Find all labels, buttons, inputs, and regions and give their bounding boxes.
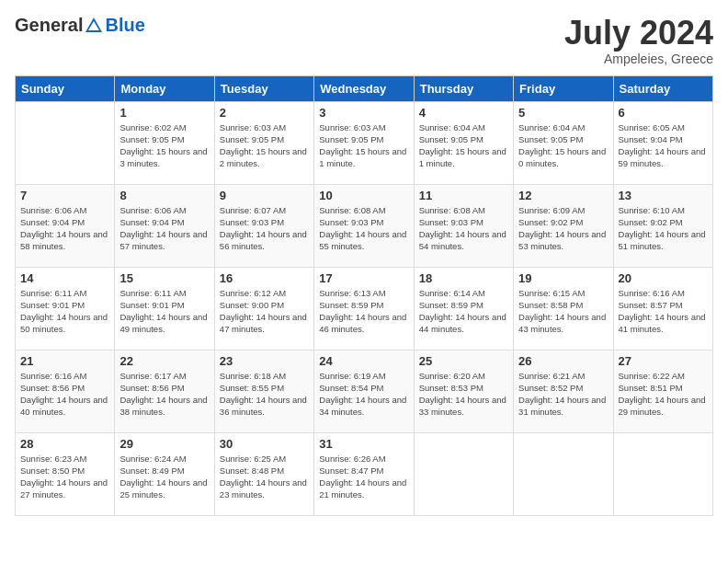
day-info: Sunrise: 6:26 AMSunset: 8:47 PMDaylight:…: [319, 453, 408, 501]
day-info: Sunrise: 6:16 AMSunset: 8:57 PMDaylight:…: [619, 287, 708, 336]
day-number: 3: [319, 106, 408, 120]
day-number: 28: [20, 437, 109, 451]
calendar-header-row: SundayMondayTuesdayWednesdayThursdayFrid…: [16, 75, 713, 101]
day-info: Sunrise: 6:21 AMSunset: 8:52 PMDaylight:…: [518, 370, 608, 419]
calendar-cell: 21Sunrise: 6:16 AMSunset: 8:56 PMDayligh…: [16, 350, 115, 432]
calendar-table: SundayMondayTuesdayWednesdayThursdayFrid…: [15, 75, 713, 516]
day-number: 11: [419, 189, 508, 202]
day-number: 8: [119, 189, 209, 202]
calendar-cell: 31Sunrise: 6:26 AMSunset: 8:47 PMDayligh…: [314, 432, 414, 515]
day-info: Sunrise: 6:03 AMSunset: 9:05 PMDaylight:…: [220, 121, 309, 170]
weekday-header: Thursday: [414, 75, 513, 101]
day-number: 31: [319, 437, 408, 451]
calendar-cell: 9Sunrise: 6:07 AMSunset: 9:03 PMDaylight…: [214, 184, 313, 267]
day-number: 5: [518, 106, 608, 120]
day-number: 21: [20, 354, 109, 368]
day-info: Sunrise: 6:17 AMSunset: 8:56 PMDaylight:…: [119, 370, 209, 419]
day-info: Sunrise: 6:11 AMSunset: 9:01 PMDaylight:…: [20, 287, 109, 336]
day-number: 10: [319, 189, 408, 202]
day-number: 1: [119, 106, 209, 120]
day-number: 25: [419, 354, 508, 368]
calendar-cell: 1Sunrise: 6:02 AMSunset: 9:05 PMDaylight…: [115, 101, 214, 184]
calendar-cell: 25Sunrise: 6:20 AMSunset: 8:53 PMDayligh…: [414, 350, 513, 432]
page-header: General Blue July 2024 Ampeleies, Greece: [15, 15, 713, 66]
calendar-cell: 8Sunrise: 6:06 AMSunset: 9:04 PMDaylight…: [115, 184, 214, 267]
calendar-cell: 12Sunrise: 6:09 AMSunset: 9:02 PMDayligh…: [514, 184, 613, 267]
calendar-week-row: 28Sunrise: 6:23 AMSunset: 8:50 PMDayligh…: [16, 432, 713, 515]
day-number: 4: [419, 106, 508, 120]
day-info: Sunrise: 6:18 AMSunset: 8:55 PMDaylight:…: [220, 370, 309, 419]
day-info: Sunrise: 6:19 AMSunset: 8:54 PMDaylight:…: [319, 370, 408, 419]
calendar-cell: 19Sunrise: 6:15 AMSunset: 8:58 PMDayligh…: [514, 267, 613, 350]
day-info: Sunrise: 6:02 AMSunset: 9:05 PMDaylight:…: [119, 121, 209, 170]
weekday-header: Saturday: [613, 75, 712, 101]
day-number: 2: [220, 106, 309, 120]
day-info: Sunrise: 6:14 AMSunset: 8:59 PMDaylight:…: [419, 287, 508, 336]
day-number: 13: [619, 189, 708, 202]
day-info: Sunrise: 6:08 AMSunset: 9:03 PMDaylight:…: [419, 204, 508, 253]
day-info: Sunrise: 6:03 AMSunset: 9:05 PMDaylight:…: [319, 121, 408, 170]
calendar-cell: 7Sunrise: 6:06 AMSunset: 9:04 PMDaylight…: [16, 184, 115, 267]
calendar-cell: 5Sunrise: 6:04 AMSunset: 9:05 PMDaylight…: [514, 101, 613, 184]
day-info: Sunrise: 6:04 AMSunset: 9:05 PMDaylight:…: [419, 121, 508, 170]
title-block: July 2024 Ampeleies, Greece: [564, 15, 713, 66]
day-number: 17: [319, 271, 408, 285]
calendar-cell: 10Sunrise: 6:08 AMSunset: 9:03 PMDayligh…: [314, 184, 414, 267]
calendar-cell: 17Sunrise: 6:13 AMSunset: 8:59 PMDayligh…: [314, 267, 414, 350]
calendar-cell: 28Sunrise: 6:23 AMSunset: 8:50 PMDayligh…: [16, 432, 115, 515]
day-info: Sunrise: 6:16 AMSunset: 8:56 PMDaylight:…: [20, 370, 109, 419]
calendar-cell: 30Sunrise: 6:25 AMSunset: 8:48 PMDayligh…: [214, 432, 313, 515]
day-number: 24: [319, 354, 408, 368]
day-number: 22: [119, 354, 209, 368]
day-number: 18: [419, 271, 508, 285]
weekday-header: Wednesday: [314, 75, 414, 101]
logo-icon: [84, 16, 104, 36]
calendar-cell: 16Sunrise: 6:12 AMSunset: 9:00 PMDayligh…: [214, 267, 313, 350]
day-number: 19: [518, 271, 608, 285]
day-number: 15: [119, 271, 209, 285]
day-info: Sunrise: 6:15 AMSunset: 8:58 PMDaylight:…: [518, 287, 608, 336]
day-number: 7: [20, 189, 109, 202]
calendar-cell: 24Sunrise: 6:19 AMSunset: 8:54 PMDayligh…: [314, 350, 414, 432]
day-info: Sunrise: 6:22 AMSunset: 8:51 PMDaylight:…: [619, 370, 708, 419]
day-info: Sunrise: 6:24 AMSunset: 8:49 PMDaylight:…: [119, 453, 209, 501]
calendar-week-row: 21Sunrise: 6:16 AMSunset: 8:56 PMDayligh…: [16, 350, 713, 432]
day-info: Sunrise: 6:23 AMSunset: 8:50 PMDaylight:…: [20, 453, 109, 501]
calendar-cell: 29Sunrise: 6:24 AMSunset: 8:49 PMDayligh…: [115, 432, 214, 515]
weekday-header: Tuesday: [214, 75, 313, 101]
calendar-cell: 23Sunrise: 6:18 AMSunset: 8:55 PMDayligh…: [214, 350, 313, 432]
location: Ampeleies, Greece: [564, 52, 713, 66]
day-info: Sunrise: 6:06 AMSunset: 9:04 PMDaylight:…: [119, 204, 209, 253]
day-number: 14: [20, 271, 109, 285]
calendar-cell: 22Sunrise: 6:17 AMSunset: 8:56 PMDayligh…: [115, 350, 214, 432]
weekday-header: Friday: [514, 75, 613, 101]
day-number: 9: [220, 189, 309, 202]
day-info: Sunrise: 6:08 AMSunset: 9:03 PMDaylight:…: [319, 204, 408, 253]
calendar-cell: [414, 432, 513, 515]
calendar-cell: [514, 432, 613, 515]
calendar-cell: 13Sunrise: 6:10 AMSunset: 9:02 PMDayligh…: [613, 184, 712, 267]
calendar-cell: [16, 101, 115, 184]
calendar-cell: 20Sunrise: 6:16 AMSunset: 8:57 PMDayligh…: [613, 267, 712, 350]
day-number: 27: [619, 354, 708, 368]
day-info: Sunrise: 6:06 AMSunset: 9:04 PMDaylight:…: [20, 204, 109, 253]
day-info: Sunrise: 6:07 AMSunset: 9:03 PMDaylight:…: [220, 204, 309, 253]
day-number: 12: [518, 189, 608, 202]
day-info: Sunrise: 6:13 AMSunset: 8:59 PMDaylight:…: [319, 287, 408, 336]
calendar-cell: 11Sunrise: 6:08 AMSunset: 9:03 PMDayligh…: [414, 184, 513, 267]
day-number: 30: [220, 437, 309, 451]
weekday-header: Monday: [115, 75, 214, 101]
day-info: Sunrise: 6:04 AMSunset: 9:05 PMDaylight:…: [518, 121, 608, 170]
day-info: Sunrise: 6:25 AMSunset: 8:48 PMDaylight:…: [220, 453, 309, 501]
day-info: Sunrise: 6:10 AMSunset: 9:02 PMDaylight:…: [619, 204, 708, 253]
calendar-cell: [613, 432, 712, 515]
day-info: Sunrise: 6:09 AMSunset: 9:02 PMDaylight:…: [518, 204, 608, 253]
logo-blue-text: Blue: [105, 15, 144, 36]
day-number: 23: [220, 354, 309, 368]
day-info: Sunrise: 6:20 AMSunset: 8:53 PMDaylight:…: [419, 370, 508, 419]
day-number: 20: [619, 271, 708, 285]
logo: General Blue: [15, 15, 145, 36]
day-info: Sunrise: 6:05 AMSunset: 9:04 PMDaylight:…: [619, 121, 708, 170]
calendar-cell: 2Sunrise: 6:03 AMSunset: 9:05 PMDaylight…: [214, 101, 313, 184]
day-number: 6: [619, 106, 708, 120]
